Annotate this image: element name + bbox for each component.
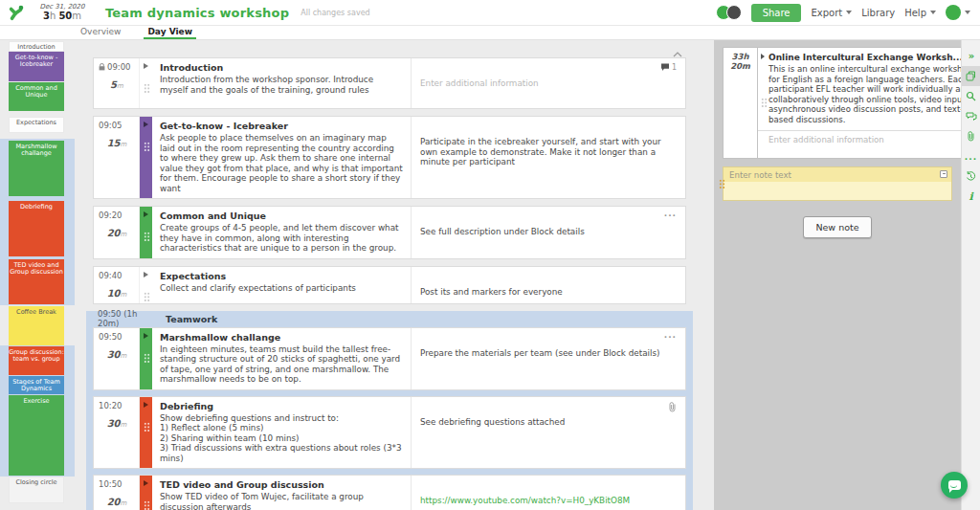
youtube-link[interactable]: https://www.youtube.com/watch?v=H0_yKBit… — [420, 496, 630, 505]
drag-handle[interactable] — [144, 500, 150, 510]
comments-tool[interactable] — [962, 106, 980, 126]
drag-handle[interactable] — [144, 353, 150, 364]
minimap-block-debriefing[interactable]: Debriefing — [9, 201, 64, 256]
support-chat-button[interactable] — [941, 472, 968, 499]
block-title[interactable]: Expectations — [160, 271, 403, 281]
detail-block-title[interactable]: Online Intercultural Exchange Worksh... — [768, 53, 963, 62]
sticky-note[interactable]: Enter note text — [723, 166, 952, 201]
block-description[interactable]: Introduction from the workshop sponsor. … — [160, 75, 403, 95]
session-block-debriefing[interactable]: 10:20 30m Debriefing Show debriefing que… — [93, 396, 686, 470]
note-text-input[interactable]: Enter note text — [724, 167, 951, 183]
block-description[interactable]: In eighteen minutes, teams must build th… — [160, 344, 403, 385]
page-title[interactable]: Team dynamics workshop — [105, 6, 289, 20]
comment-badge[interactable]: 1 — [660, 63, 677, 72]
block-notes[interactable]: See debriefing questions attached — [411, 397, 685, 469]
block-color-bar[interactable] — [140, 476, 152, 510]
drag-handle[interactable] — [719, 179, 725, 189]
block-menu-button[interactable]: ... — [664, 333, 677, 337]
block-duration[interactable]: 10m — [99, 282, 135, 300]
block-duration[interactable]: 20m — [99, 491, 135, 509]
info-tool[interactable]: i — [962, 187, 980, 207]
agenda-minimap: Introduction Get-to-know - Icebreaker Co… — [0, 40, 75, 510]
comment-icon — [660, 63, 670, 72]
session-block-introduction[interactable]: 09:00 5m Introduction Introduction from … — [93, 57, 686, 109]
minimap-block-icebreaker[interactable]: Get-to-know - Icebreaker — [9, 52, 64, 81]
detail-block-description[interactable]: This is an online intercultural exchange… — [768, 64, 980, 130]
attachment-paperclip-icon[interactable] — [668, 402, 677, 412]
block-notes[interactable]: See full description under Block details — [411, 207, 685, 258]
collaborator-avatar[interactable] — [726, 5, 742, 20]
app-logo-icon[interactable] — [8, 4, 25, 21]
note-expand-icon[interactable] — [940, 170, 947, 178]
block-color-bar[interactable] — [140, 397, 152, 469]
session-date-duration[interactable]: Dec 31, 2020 3h 50m — [33, 4, 92, 22]
minimap-block-common-unique[interactable]: Common and Unique — [9, 82, 64, 111]
attachments-tool[interactable] — [962, 126, 980, 146]
collaborator-avatars[interactable] — [716, 5, 742, 20]
tab-day-view[interactable]: Day View — [144, 27, 196, 39]
drag-handle[interactable] — [761, 98, 768, 108]
block-notes[interactable]: Participate in the icebreaker yourself, … — [411, 117, 685, 198]
minimap-block-introduction[interactable]: Introduction — [9, 41, 64, 52]
detail-block-card[interactable]: Online Intercultural Exchange Worksh... … — [757, 47, 980, 159]
block-description[interactable]: Show TED video of Tom Wujec, facilitate … — [160, 492, 403, 510]
block-details-tool[interactable] — [962, 66, 980, 86]
detail-block-notes[interactable]: Enter additional information — [758, 130, 980, 158]
block-notes[interactable]: Post its and markers for everyone — [411, 267, 685, 303]
minimap-block-ted-video[interactable]: TED video and Group discussion — [9, 259, 64, 304]
block-duration[interactable]: 15m — [99, 132, 135, 150]
drag-handle[interactable] — [144, 142, 150, 152]
drag-handle[interactable] — [144, 83, 150, 94]
session-block-common-unique[interactable]: 09:20 20m Common and Unique Create group… — [93, 206, 686, 259]
block-notes[interactable]: Enter additional information — [411, 58, 685, 108]
new-note-button[interactable]: New note — [803, 216, 871, 238]
minimap-block-stages[interactable]: Stages of Team Dynamics — [9, 376, 64, 394]
block-menu-button[interactable]: ... — [664, 211, 677, 215]
block-title[interactable]: Debriefing — [160, 401, 403, 411]
block-notes[interactable]: Prepare the materials per team (see unde… — [411, 328, 685, 389]
group-title[interactable]: Teamwork — [166, 314, 217, 324]
block-description[interactable]: Collect and clarify expectations of part… — [160, 283, 403, 294]
block-color-bar[interactable] — [140, 207, 152, 258]
minimap-block-closing-circle[interactable]: Closing circle — [9, 477, 64, 503]
drag-handle[interactable] — [144, 292, 150, 302]
block-description[interactable]: Create groups of 4-5 people, and let the… — [160, 223, 403, 254]
block-title[interactable]: TED video and Group discussion — [160, 479, 403, 490]
block-color-bar[interactable] — [140, 328, 152, 389]
minimap-block-marshmallow[interactable]: Marshmallow challange — [9, 141, 64, 196]
export-menu[interactable]: Export — [811, 8, 852, 18]
minimap-block-coffee-break[interactable]: Coffee Break — [9, 306, 64, 345]
tab-overview[interactable]: Overview — [77, 27, 124, 39]
block-duration[interactable]: 5m — [99, 74, 135, 92]
session-block-marshmallow[interactable]: 09:50 30m Marshmallow challange In eight… — [93, 327, 686, 390]
block-duration[interactable]: 30m — [99, 344, 135, 362]
drag-handle[interactable] — [144, 422, 150, 432]
session-block-expectations[interactable]: 09:40 10m Expectations Collect and clari… — [93, 266, 686, 304]
history-tool[interactable] — [962, 166, 980, 187]
share-button[interactable]: Share — [751, 4, 802, 22]
session-block-icebreaker[interactable]: 09:05 15m Get-to-know - Icebreaker Ask p… — [93, 116, 686, 199]
block-color-bar[interactable] — [140, 267, 152, 303]
block-description[interactable]: Ask people to place themselves on an ima… — [160, 133, 403, 193]
user-menu[interactable] — [946, 5, 970, 20]
search-tool[interactable] — [962, 86, 980, 106]
block-description[interactable]: Show debriefing questions and instruct t… — [160, 413, 403, 464]
block-title[interactable]: Get-to-know - Icebreaker — [160, 121, 403, 131]
session-block-ted-video[interactable]: 10:50 20m TED video and Group discussion… — [93, 475, 686, 510]
block-duration[interactable]: 20m — [99, 222, 135, 240]
help-menu[interactable]: Help — [904, 8, 936, 18]
minimap-block-group-discussion[interactable]: Group discussion: team vs. group — [9, 346, 64, 375]
minimap-block-exercise[interactable]: Exercise — [9, 395, 64, 476]
block-title[interactable]: Marshmallow challange — [160, 332, 403, 343]
block-color-bar[interactable] — [140, 58, 152, 108]
drag-handle[interactable] — [144, 232, 150, 242]
block-color-bar[interactable] — [140, 117, 152, 198]
minimap-block-expectations[interactable]: Expectations — [9, 117, 64, 133]
block-duration[interactable]: 30m — [99, 412, 135, 431]
block-title[interactable]: Common and Unique — [160, 211, 403, 221]
block-title[interactable]: Introduction — [160, 62, 403, 73]
more-tools-button[interactable]: ... — [962, 146, 980, 166]
collapse-panel-button[interactable]: » — [962, 46, 980, 66]
library-link[interactable]: Library — [861, 8, 895, 18]
block-notes[interactable]: https://www.youtube.com/watch?v=H0_yKBit… — [411, 476, 685, 510]
